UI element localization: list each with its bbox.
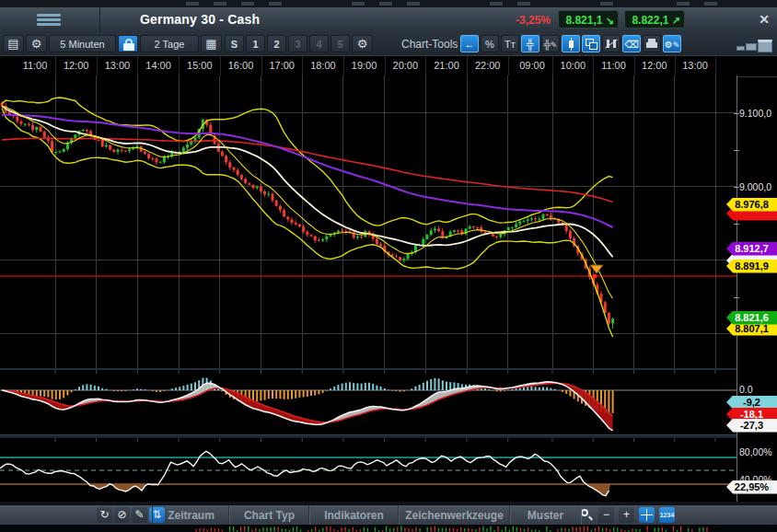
bottom-button-indikatoren[interactable]: Indikatoren — [308, 505, 400, 526]
printer-icon — [646, 42, 657, 48]
hamburger-icon — [37, 23, 61, 26]
background-tab — [600, 2, 613, 6]
cascade-windows-button[interactable] — [582, 35, 600, 52]
lock-button[interactable] — [118, 35, 138, 52]
price-tick-label: 9.100,0 — [739, 108, 776, 119]
time-label: 12:00 — [58, 60, 95, 71]
print-button[interactable] — [643, 35, 661, 52]
price-labels-button[interactable]: 1234 — [659, 507, 675, 523]
pencil-icon: ✎ — [134, 508, 144, 521]
plus-icon: + — [623, 508, 630, 521]
eraser-icon: ⌫ — [624, 39, 639, 50]
time-label: 17:00 — [263, 60, 300, 71]
magnifier-icon — [588, 516, 593, 521]
percent-icon: % — [485, 39, 494, 50]
zoom-in-button[interactable]: + — [619, 507, 634, 523]
time-axis-divider — [552, 56, 553, 76]
close-icon[interactable]: ✕ — [759, 12, 770, 27]
time-label: 11:00 — [596, 60, 632, 71]
preset-button-2[interactable]: 2 — [267, 35, 286, 52]
small-window-icon[interactable] — [736, 46, 745, 51]
chart-toolbar: ▤ ⚙ 5 Minuten 2 Tage ▦ ⚙ Chart-Tools ← %… — [0, 33, 777, 56]
compare-button[interactable] — [602, 35, 620, 52]
preset-settings-button[interactable]: ⚙ — [352, 35, 373, 52]
background-tab — [186, 2, 199, 6]
hamburger-icon — [37, 14, 61, 17]
bottom-button-muster[interactable]: Muster — [509, 505, 582, 526]
preset-button-1[interactable]: 1 — [246, 35, 265, 52]
price-flag: 8.821,6 — [726, 311, 777, 325]
reset-zoom-button[interactable]: ↻ — [97, 507, 112, 523]
candle-style-button[interactable] — [562, 35, 580, 52]
price-chart[interactable] — [0, 75, 736, 368]
calendar-icon: ▦ — [205, 37, 216, 51]
price-flag: 8.891,9 — [726, 260, 777, 273]
background-tab — [490, 2, 503, 6]
settings-button[interactable]: ⚙ — [26, 35, 47, 52]
preset-button-s[interactable]: S — [225, 35, 244, 52]
background-tab — [241, 2, 254, 6]
time-axis-divider — [634, 56, 635, 76]
preset-button-4[interactable]: 4 — [309, 35, 329, 52]
time-label: 10:00 — [554, 60, 591, 71]
numbers-icon: 1234 — [660, 512, 675, 518]
price-axis-line — [736, 75, 737, 502]
magnifier-icon — [581, 509, 588, 516]
tick-up-arrow-icon: ↗ — [672, 15, 680, 26]
time-axis: 11:0012:0013:0014:0015:0016:0017:0018:00… — [0, 55, 777, 77]
time-label: 12:00 — [636, 60, 673, 71]
refresh-icon: ↻ — [99, 508, 109, 521]
time-axis-divider — [467, 56, 468, 76]
crosshair-button[interactable] — [639, 507, 655, 523]
bottom-toolbar: ↻ ⊘ ✎ ⇅ − + 1234 ZeitraumChart TypIndika… — [0, 504, 777, 526]
windows-icon — [589, 42, 597, 50]
preset-button-5[interactable]: 5 — [331, 35, 350, 52]
medium-window-icon[interactable] — [746, 43, 757, 51]
bottom-button-zeichenwerkzeuge[interactable]: Zeichenwerkzeuge — [398, 505, 511, 526]
erase-drawings-button[interactable]: ⌫ — [622, 35, 641, 52]
percent-scale-button[interactable]: % — [481, 35, 499, 52]
price-flag: 8.912,7 — [726, 242, 777, 256]
buy-price-button[interactable]: 8.822,1 ↗ — [624, 10, 685, 29]
interval-dropdown[interactable]: 5 Minuten — [49, 35, 116, 52]
background-tab — [269, 2, 282, 6]
background-tab — [517, 2, 530, 6]
grid-icon: ╬ — [544, 40, 551, 50]
chart-settings-button[interactable]: ⚙✎ — [663, 35, 681, 52]
gear-icon: ⚙ — [357, 37, 368, 51]
price-flag: 8.976,8 — [726, 198, 777, 212]
axis-tick — [734, 297, 739, 298]
grid-edit-button[interactable]: ╬✎ — [541, 35, 560, 52]
stochastic-panel[interactable] — [0, 438, 736, 502]
time-axis-divider — [593, 56, 594, 76]
list-icon: ▤ — [7, 37, 18, 51]
grid-button[interactable]: ╬ — [521, 35, 539, 52]
back-button[interactable]: ← — [460, 35, 479, 52]
time-axis-divider — [425, 56, 426, 76]
quote-list-button[interactable]: ▤ — [3, 35, 24, 52]
page-title: Germany 30 - Cash — [140, 12, 260, 27]
menu-button[interactable] — [0, 7, 100, 33]
time-label: 13:00 — [677, 60, 713, 71]
calendar-button[interactable]: ▦ — [201, 35, 222, 52]
text-tool-button[interactable]: Tт — [501, 35, 519, 52]
macd-value-flag: -27,3 — [726, 419, 777, 433]
minus-icon: − — [603, 508, 609, 521]
macd-panel[interactable] — [0, 370, 736, 434]
background-tab — [407, 2, 420, 6]
draw-button[interactable]: ✎ — [132, 507, 147, 523]
zoom-out-button[interactable]: − — [598, 507, 614, 523]
disable-drawing-button[interactable]: ⊘ — [114, 507, 130, 523]
chart-tools-label: Chart-Tools — [401, 38, 458, 51]
range-dropdown[interactable]: 2 Tage — [140, 35, 199, 52]
large-window-icon[interactable] — [758, 40, 772, 52]
price-tick-label: 9.000,0 — [739, 181, 776, 192]
bottom-button-zeitraum[interactable]: Zeitraum — [152, 505, 230, 526]
time-label: 15:00 — [181, 60, 218, 71]
gear-icon: ⚙ — [665, 40, 673, 50]
sell-price-button[interactable]: 8.821,1 ↘ — [558, 10, 619, 29]
bottom-button-chart-typ[interactable]: Chart Typ — [228, 505, 310, 526]
chart-navigator[interactable] — [0, 525, 777, 532]
pencil-icon: ✎ — [673, 40, 680, 50]
preset-button-3[interactable]: 3 — [288, 35, 307, 52]
